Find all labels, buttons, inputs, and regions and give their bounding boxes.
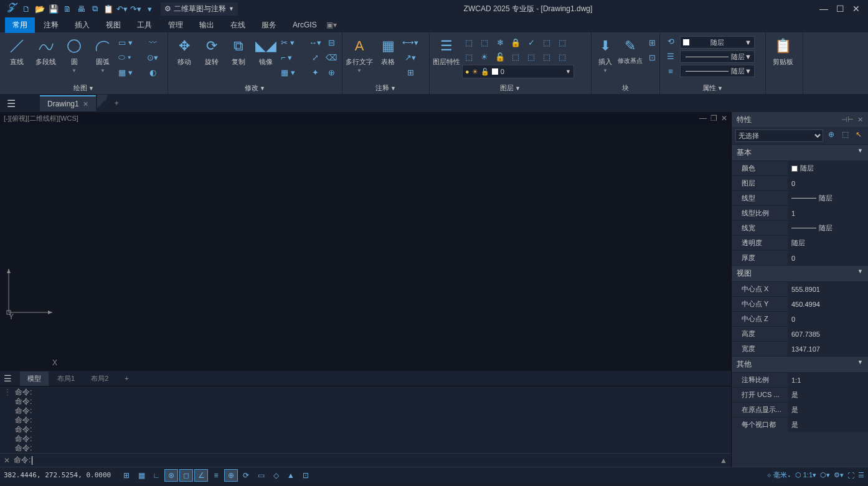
layer-lock-button[interactable]: 🔒 [509, 36, 522, 49]
layer-iso-button[interactable]: ⬚ [462, 36, 476, 49]
point-button[interactable]: ⊙▾ [146, 51, 159, 63]
otrack-toggle[interactable]: ∠ [194, 469, 208, 482]
undo-icon[interactable]: ↶▾ [116, 2, 128, 15]
layout-menu-icon[interactable]: ☰ [4, 373, 19, 383]
open-icon[interactable]: 📂 [34, 2, 46, 15]
workspace-selector[interactable]: ⚙ 二维草图与注释 ▼ [161, 2, 238, 16]
layer-off-button[interactable]: ⬚ [478, 36, 491, 49]
offset-button[interactable]: ⊟ [324, 36, 338, 49]
prop-row[interactable]: 线型比例1 [732, 205, 868, 220]
tab-output[interactable]: 输出 [192, 17, 222, 33]
snap-toggle[interactable]: ⊞ [120, 469, 133, 482]
erase-button[interactable]: ⌫ [324, 51, 338, 63]
select-arrow-icon[interactable]: ↖ [853, 130, 864, 141]
prop-section-basic[interactable]: 基本▼ [732, 144, 868, 161]
lineweight-combo[interactable]: 随层▼ [680, 65, 755, 77]
viewport-restore-icon[interactable]: ❐ [710, 114, 717, 123]
command-history[interactable]: ⋮ 命令:命令:命令:命令:命令:命令:命令: [0, 386, 731, 453]
prop-row[interactable]: 注释比例1:1 [732, 372, 868, 387]
circle-button[interactable]: 圆▼ [61, 35, 87, 73]
insert-block-button[interactable]: ⬇插入▼ [595, 35, 615, 73]
layer-thaw-button[interactable]: ☀ [478, 50, 491, 63]
prop-row[interactable]: 打开 UCS ...是 [732, 387, 868, 402]
plot-icon[interactable]: 🖶 [75, 2, 87, 15]
model-toggle[interactable]: ▭ [254, 469, 268, 482]
layout-tab-model[interactable]: 模型 [20, 372, 49, 386]
linetype-combo[interactable]: 随层▼ [680, 50, 755, 63]
panel-props-title[interactable]: 属性▼ [664, 82, 762, 94]
match-props-button[interactable]: ⟲ [664, 35, 677, 47]
current-layer-combo[interactable]: ● ☀ 🔓 0 ▼ [462, 65, 574, 78]
saveas-icon[interactable]: 🗎 [61, 2, 73, 15]
join-button[interactable]: ⊕ [324, 66, 338, 78]
quick-select-icon[interactable]: ⬚ [839, 130, 851, 141]
osnap-toggle[interactable]: ◻ [179, 469, 193, 482]
tab-tools[interactable]: 工具 [130, 17, 159, 33]
ellipse-button[interactable]: ⬭ ▾ [118, 51, 143, 63]
customize-icon[interactable]: ☰ [858, 471, 864, 479]
layer-delete-button[interactable]: ⬚ [540, 50, 554, 63]
layer-uniso-button[interactable]: ⬚ [509, 50, 522, 63]
prop-row[interactable]: 高度607.7385 [732, 326, 868, 341]
gear-icon[interactable]: ⚙▾ [834, 471, 844, 479]
tab-common[interactable]: 常用 [5, 17, 35, 33]
units-label[interactable]: ⟐ 毫米▾ [767, 470, 791, 480]
props-list-button[interactable]: ≡ [664, 65, 677, 77]
layer-match-button[interactable]: ✓ [524, 36, 538, 49]
tab-annotate[interactable]: 注释 [36, 17, 66, 33]
prop-row[interactable]: 中心点 Y450.4994 [732, 296, 868, 311]
prop-section-view[interactable]: 视图▼ [732, 265, 868, 281]
prop-row[interactable]: 中心点 Z0 [732, 311, 868, 326]
tab-online[interactable]: 在线 [223, 17, 253, 33]
new-icon[interactable]: 🗋 [20, 2, 32, 15]
prop-row[interactable]: 中心点 X555.8901 [732, 281, 868, 296]
layer-unlock-button[interactable]: 🔓 [493, 50, 507, 63]
fullscreen-icon[interactable]: ⛶ [847, 472, 854, 479]
prop-row[interactable]: 线宽随层 [732, 220, 868, 235]
hatch-button[interactable]: ▦ ▾ [118, 66, 143, 78]
minimize-button[interactable]: — [818, 4, 829, 14]
clear-icon[interactable]: ✕ [4, 456, 10, 465]
list-button[interactable]: ☰ [664, 50, 677, 62]
panel-annot-title[interactable]: 注释▼ [346, 82, 425, 94]
layout-add-button[interactable]: + [117, 372, 136, 385]
qat-more-icon[interactable]: ▾ [143, 2, 156, 15]
panel-modify-title[interactable]: 修改▼ [172, 82, 338, 94]
viewport-close-icon[interactable]: ✕ [721, 114, 727, 123]
lwt-toggle[interactable]: ≡ [209, 469, 223, 482]
prop-row[interactable]: 透明度随层 [732, 235, 868, 250]
cycle-toggle[interactable]: ⟳ [239, 469, 253, 482]
selection-combo[interactable]: 无选择 [735, 129, 823, 142]
define-block-button[interactable]: ⊞ [645, 36, 659, 49]
mirror-button[interactable]: ◣◢镜像 [253, 35, 278, 67]
tpy-toggle[interactable]: ⊡ [299, 469, 313, 482]
pin-icon[interactable]: ⊣⊢ [841, 116, 854, 124]
layer-state-button[interactable]: ⬚ [555, 50, 569, 63]
prop-section-other[interactable]: 其他▼ [732, 356, 868, 372]
pick-add-icon[interactable]: ⊕ [826, 130, 837, 141]
props-close-icon[interactable]: ✕ [857, 116, 863, 124]
viewport-minimize-icon[interactable]: — [699, 114, 707, 123]
scale-label[interactable]: ⬡ 1:1▾ [795, 471, 816, 479]
copy-icon[interactable]: ⧉ [88, 2, 101, 15]
redo-icon[interactable]: ↷▾ [130, 2, 142, 15]
prop-row[interactable]: 线型随层 [732, 190, 868, 205]
tab-arcgis[interactable]: ArcGIS [285, 18, 324, 32]
doc-menu-icon[interactable]: ☰ [4, 98, 19, 110]
array-button[interactable]: ▦ ▾ [281, 66, 306, 78]
scale-button[interactable]: ⤢ [308, 51, 322, 63]
clipboard-button[interactable]: 📋剪贴板 [770, 35, 796, 67]
new-tab-button[interactable]: + [108, 96, 125, 111]
stretch-button[interactable]: ↔▾ [308, 36, 322, 49]
copy-button[interactable]: ⧉复制 [227, 35, 252, 67]
canvas[interactable]: YX [0, 124, 731, 371]
layer-properties-button[interactable]: ☰图层特性 [433, 35, 460, 67]
layer-walk-button[interactable]: ⬚ [555, 36, 569, 49]
prop-row[interactable]: 宽度1347.107 [732, 341, 868, 356]
close-tab-icon[interactable]: ✕ [83, 100, 88, 108]
coordinates[interactable]: 382.4446, 272.5254, 0.0000 [4, 471, 116, 479]
command-input[interactable]: ✕ 命令: ▲ [0, 453, 731, 467]
polar-toggle[interactable]: ⊛ [164, 469, 178, 482]
leader-button[interactable]: ↗▾ [403, 51, 417, 63]
maximize-button[interactable]: ☐ [834, 4, 846, 14]
